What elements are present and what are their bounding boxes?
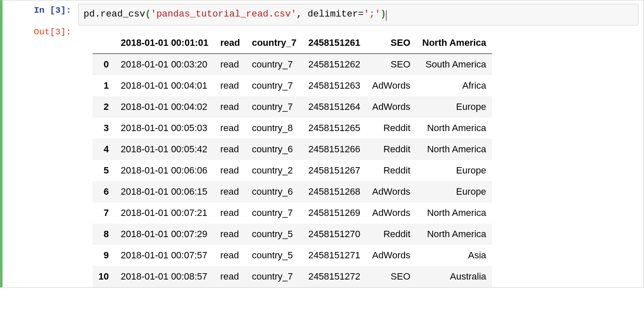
table-cell: read: [214, 181, 246, 202]
table-cell: AdWords: [366, 181, 416, 202]
col-header: 2458151261: [302, 32, 366, 54]
table-cell: read: [214, 96, 246, 118]
table-row: 02018-01-01 00:03:20readcountry_72458151…: [92, 53, 492, 75]
table-cell: country_5: [246, 245, 302, 266]
table-cell: read: [214, 245, 246, 266]
code-input[interactable]: pd.read_csv('pandas_tutorial_read.csv', …: [78, 4, 638, 25]
table-cell: North America: [416, 139, 492, 160]
table-cell: 2018-01-01 00:04:02: [115, 96, 214, 118]
table-cell: read: [214, 160, 246, 181]
code-token-delim-kw: , delimiter=: [297, 9, 364, 20]
dataframe-body: 02018-01-01 00:03:20readcountry_72458151…: [92, 53, 492, 287]
code-token-func: read_csv: [101, 9, 146, 20]
table-cell: 2018-01-01 00:06:15: [115, 181, 214, 202]
row-index: 3: [92, 118, 115, 139]
table-cell: read: [214, 118, 246, 139]
table-cell: 2458151265: [302, 118, 366, 139]
col-header: North America: [416, 32, 492, 54]
code-token-close-paren: ): [381, 9, 386, 20]
table-row: 62018-01-01 00:06:15readcountry_62458151…: [92, 181, 492, 202]
out-prefix: Out[: [34, 27, 55, 37]
code-token-string-delim: ';': [364, 9, 381, 20]
code-token-pd: pd: [84, 9, 95, 20]
table-cell: 2018-01-01 00:05:42: [115, 139, 214, 160]
table-cell: 2458151266: [302, 139, 366, 160]
table-cell: country_7: [246, 202, 302, 224]
table-cell: North America: [416, 202, 492, 224]
table-cell: read: [214, 75, 246, 96]
table-row: 52018-01-01 00:06:06readcountry_22458151…: [92, 160, 492, 181]
in-prefix: In [: [34, 6, 55, 15]
table-cell: 2458151272: [302, 266, 366, 287]
table-cell: 2018-01-01 00:05:03: [115, 118, 214, 139]
table-row: 32018-01-01 00:05:03readcountry_82458151…: [92, 118, 492, 139]
table-cell: 2458151268: [302, 181, 366, 202]
code-token-string-file: 'pandas_tutorial_read.csv': [151, 9, 296, 20]
index-header: [92, 32, 115, 54]
table-cell: South America: [416, 53, 492, 75]
table-row: 12018-01-01 00:04:01readcountry_72458151…: [92, 75, 492, 96]
output-area: 2018-01-01 00:01:01 read country_7 24581…: [78, 25, 638, 287]
table-cell: 2018-01-01 00:08:57: [115, 266, 214, 287]
row-index: 7: [92, 202, 115, 224]
table-cell: AdWords: [366, 75, 416, 96]
row-index: 6: [92, 181, 115, 202]
table-cell: SEO: [366, 53, 416, 75]
table-cell: Europe: [416, 96, 492, 118]
table-row: 92018-01-01 00:07:57readcountry_52458151…: [92, 245, 492, 266]
table-cell: Africa: [416, 75, 492, 96]
table-row: 42018-01-01 00:05:42readcountry_62458151…: [92, 139, 492, 160]
table-cell: read: [214, 53, 246, 75]
row-index: 2: [92, 96, 115, 118]
table-cell: country_7: [246, 53, 302, 75]
row-index: 1: [92, 75, 115, 96]
table-cell: Reddit: [366, 224, 416, 245]
notebook-cell: In [3]: Out[3]: pd.read_csv('pandas_tuto…: [0, 0, 644, 288]
col-header: country_7: [246, 32, 302, 54]
out-number: 3: [55, 27, 61, 37]
table-row: 72018-01-01 00:07:21readcountry_72458151…: [92, 202, 492, 224]
in-suffix: ]:: [61, 6, 71, 15]
input-prompt: In [3]:: [3, 5, 71, 16]
row-index: 9: [92, 245, 115, 266]
col-header: read: [214, 32, 246, 54]
table-row: 22018-01-01 00:04:02readcountry_72458151…: [92, 96, 492, 118]
table-cell: country_6: [246, 139, 302, 160]
table-cell: read: [214, 139, 246, 160]
table-cell: Reddit: [366, 139, 416, 160]
table-cell: country_8: [246, 118, 302, 139]
out-suffix: ]:: [61, 27, 71, 37]
col-header: SEO: [366, 32, 416, 54]
table-cell: 2018-01-01 00:03:20: [115, 53, 214, 75]
row-index: 8: [92, 224, 115, 245]
table-cell: country_7: [246, 266, 302, 287]
table-cell: read: [214, 202, 246, 224]
table-cell: read: [214, 224, 246, 245]
table-cell: 2018-01-01 00:07:57: [115, 245, 214, 266]
table-cell: Reddit: [366, 160, 416, 181]
dataframe-head: 2018-01-01 00:01:01 read country_7 24581…: [92, 32, 492, 54]
table-cell: 2018-01-01 00:07:29: [115, 224, 214, 245]
row-index: 4: [92, 139, 115, 160]
table-cell: 2018-01-01 00:07:21: [115, 202, 214, 224]
table-cell: country_7: [246, 96, 302, 118]
dataframe-header-row: 2018-01-01 00:01:01 read country_7 24581…: [92, 32, 492, 54]
content-column: pd.read_csv('pandas_tutorial_read.csv', …: [75, 0, 644, 287]
table-cell: country_5: [246, 224, 302, 245]
table-cell: Europe: [416, 160, 492, 181]
table-cell: Asia: [416, 245, 492, 266]
table-cell: 2018-01-01 00:04:01: [115, 75, 214, 96]
table-cell: AdWords: [366, 96, 416, 118]
in-number: 3: [55, 6, 61, 15]
table-cell: Reddit: [366, 118, 416, 139]
table-cell: Europe: [416, 181, 492, 202]
table-cell: 2458151269: [302, 202, 366, 224]
table-cell: 2458151264: [302, 96, 366, 118]
table-cell: country_7: [246, 75, 302, 96]
table-cell: Australia: [416, 266, 492, 287]
table-cell: 2018-01-01 00:06:06: [115, 160, 214, 181]
dataframe-table: 2018-01-01 00:01:01 read country_7 24581…: [92, 32, 492, 287]
table-cell: read: [214, 266, 246, 287]
code-token-open-paren: (: [145, 9, 151, 20]
table-cell: AdWords: [366, 245, 416, 266]
